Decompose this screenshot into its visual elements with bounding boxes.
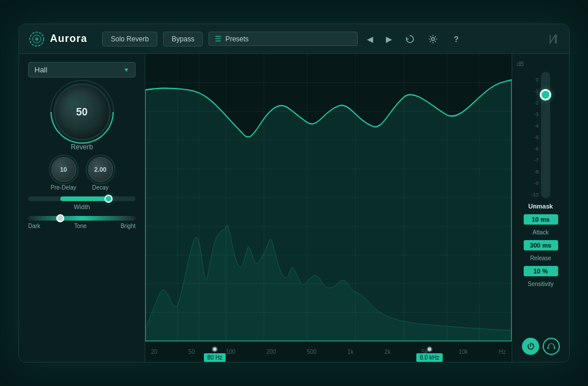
freq-label-500: 500 (307, 349, 316, 355)
tone-labels: Dark Tone Bright (28, 223, 136, 229)
logo-area: Aurora (28, 30, 87, 48)
release-label: Release (530, 255, 551, 261)
loop-icon (405, 34, 415, 44)
preset-type-value: Hall (34, 65, 47, 74)
width-slider-thumb[interactable] (105, 195, 113, 203)
preset-type-dropdown[interactable]: Hall ▼ (28, 62, 136, 78)
output-fader[interactable] (541, 72, 550, 198)
right-panel: dB 0 -1 -2 -3 -4 -5 -6 -7 -8 -9 -10 -11 (512, 54, 569, 362)
db-numbers: 0 -1 -2 -3 -4 -5 -6 -7 -8 -9 -10 -11 (531, 72, 539, 212)
plugin-window: Aurora Solo Reverb Bypass ☰ Presets ◀ ▶ … (18, 24, 570, 362)
db-4: -4 (531, 120, 539, 132)
decay-knob[interactable]: 2.00 (88, 157, 113, 182)
decay-label: Decay (92, 184, 109, 191)
reverb-label: Reverb (71, 143, 93, 151)
aurora-logo-icon (28, 30, 45, 48)
main-content: Hall ▼ 50 Reverb 10 Pre-Delay (19, 54, 569, 362)
settings-button[interactable] (424, 30, 442, 48)
freq-label-20: 20 (151, 349, 157, 355)
freq-label-50: 50 (188, 349, 195, 355)
top-bar: Aurora Solo Reverb Bypass ☰ Presets ◀ ▶ … (19, 24, 569, 54)
db-10: -10 (531, 189, 539, 200)
tone-slider[interactable] (28, 216, 136, 221)
db-0: 0 (531, 74, 539, 86)
pre-delay-group: 10 Pre-Delay (51, 157, 76, 191)
freq-label-100: 100 (226, 349, 235, 355)
low-freq-marker-dot[interactable] (212, 346, 218, 352)
loop-button[interactable] (401, 30, 419, 48)
width-slider[interactable] (28, 196, 136, 201)
db-9: -9 (531, 177, 539, 189)
ni-logo (548, 33, 560, 45)
gear-icon (428, 34, 438, 44)
db-6: -6 (531, 143, 539, 155)
output-fader-thumb[interactable] (540, 89, 551, 101)
preset-prev-button[interactable]: ◀ (363, 33, 377, 45)
dropdown-arrow-icon: ▼ (123, 67, 129, 73)
freq-label-10k: 10k (459, 349, 468, 355)
db-3: -3 (531, 109, 539, 120)
small-knobs-row: 10 Pre-Delay 2.00 Decay (28, 157, 136, 191)
freq-label-2k: 2k (385, 349, 391, 355)
tone-slider-thumb[interactable] (56, 214, 64, 222)
reverb-knob-value: 50 (76, 106, 87, 118)
headphone-button[interactable] (543, 338, 560, 355)
sensitivity-label: Sensitivity (528, 281, 554, 287)
pre-delay-knob[interactable]: 10 (51, 157, 76, 182)
db-7: -7 (531, 155, 539, 166)
tone-label: Tone (74, 223, 87, 229)
power-button[interactable] (522, 338, 539, 355)
high-freq-marker-dot[interactable] (427, 346, 432, 352)
reverb-section: 50 Reverb (28, 83, 136, 151)
db-8: -8 (531, 166, 539, 177)
attack-value: 10 ms (524, 214, 558, 225)
tone-bright-label: Bright (121, 223, 136, 229)
preset-next-button[interactable]: ▶ (382, 33, 396, 45)
width-section: Width (28, 196, 136, 210)
sensitivity-value: 10 % (524, 266, 558, 276)
bypass-button[interactable]: Bypass (163, 32, 203, 47)
help-button[interactable]: ? (447, 30, 465, 48)
reverb-knob[interactable]: 50 (53, 83, 111, 141)
presets-dropdown[interactable]: ☰ Presets (208, 32, 358, 46)
width-label: Width (28, 203, 136, 210)
width-slider-fill (60, 196, 109, 201)
db-label: dB (517, 61, 524, 67)
db-5: -5 (531, 132, 539, 143)
tone-section: Dark Tone Bright (28, 216, 136, 229)
center-panel: 20 50 100 200 500 1k 2k 5k 10k Hz 80 Hz (145, 54, 512, 362)
svg-point-2 (35, 37, 38, 41)
tone-dark-label: Dark (28, 223, 40, 229)
presets-label: Presets (225, 35, 249, 43)
release-value: 300 ms (524, 240, 558, 250)
db-2: -2 (531, 97, 539, 109)
unmask-label: Unmask (528, 203, 553, 210)
spectrum-svg (145, 54, 512, 341)
freq-label-1k: 1k (347, 349, 354, 355)
frequency-axis: 20 50 100 200 500 1k 2k 5k 10k Hz 80 Hz (145, 341, 512, 362)
app-name: Aurora (50, 33, 87, 45)
decay-value: 2.00 (94, 166, 106, 173)
freq-label-hz: Hz (499, 349, 506, 355)
left-panel: Hall ▼ 50 Reverb 10 Pre-Delay (19, 54, 145, 362)
svg-point-3 (432, 37, 435, 40)
pre-delay-value: 10 (60, 166, 67, 173)
db-scale: 0 -1 -2 -3 -4 -5 -6 -7 -8 -9 -10 -11 (531, 72, 550, 198)
decay-group: 2.00 Decay (88, 157, 113, 191)
solo-reverb-button[interactable]: Solo Reverb (102, 32, 157, 47)
headphone-icon (547, 342, 555, 350)
freq-label-200: 200 (266, 349, 276, 355)
pre-delay-label: Pre-Delay (51, 184, 76, 191)
bottom-icons (522, 338, 560, 355)
low-freq-marker-label: 80 Hz (204, 353, 226, 362)
high-freq-marker-label: 8.0 kHz (416, 353, 443, 362)
spectrum-display[interactable] (145, 54, 512, 341)
attack-label: Attack (533, 229, 549, 236)
power-icon (527, 342, 535, 350)
db-1: -1 (531, 86, 539, 97)
